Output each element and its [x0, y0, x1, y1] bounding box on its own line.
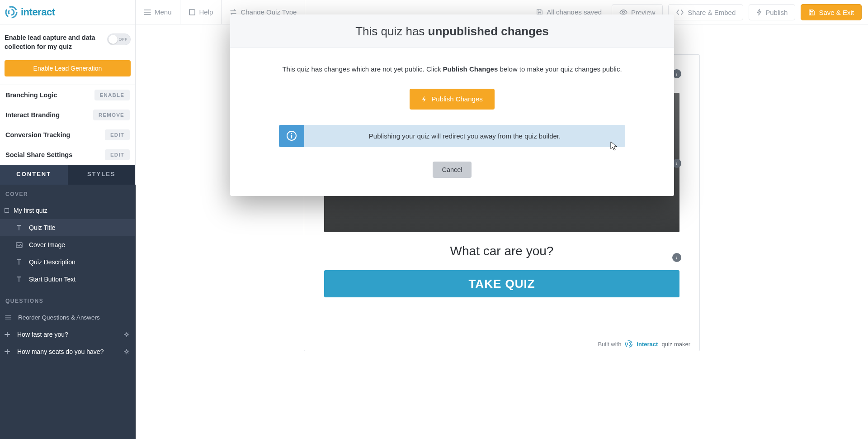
publish-changes-label: Publish Changes [431, 95, 482, 103]
svg-rect-10 [291, 135, 292, 138]
explain-strong: Publish Changes [443, 65, 498, 73]
lightning-icon [421, 95, 427, 103]
modal-explain: This quiz has changes which are not yet … [253, 64, 651, 74]
modal-info-text: Publishing your quiz will redirect you a… [304, 125, 625, 147]
modal-title-prefix: This quiz has [355, 24, 428, 38]
modal-info-bar: Publishing your quiz will redirect you a… [279, 125, 625, 147]
modal-overlay: This quiz has unpublished changes This q… [0, 0, 868, 439]
modal-title: This quiz has unpublished changes [230, 14, 674, 48]
info-icon [279, 125, 304, 147]
explain-before: This quiz has changes which are not yet … [282, 65, 443, 73]
svg-point-9 [291, 133, 292, 134]
publish-changes-modal: This quiz has unpublished changes This q… [230, 14, 674, 196]
modal-title-strong: unpublished changes [428, 24, 549, 38]
modal-body: This quiz has changes which are not yet … [230, 48, 674, 196]
modal-cancel-button[interactable]: Cancel [433, 162, 471, 178]
explain-after: below to make your quiz changes public. [498, 65, 622, 73]
modal-publish-changes-button[interactable]: Publish Changes [410, 89, 494, 110]
